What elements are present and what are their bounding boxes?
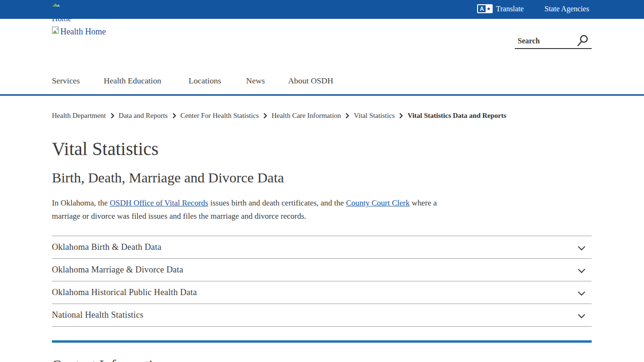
breadcrumb-center-for-health-statistics[interactable]: Center For Health Statistics <box>181 112 259 120</box>
chevron-right-icon <box>263 113 267 119</box>
chevron-down-icon <box>578 244 586 253</box>
translate-button[interactable]: A ★ Translate <box>477 4 524 13</box>
broken-image-icon <box>52 26 60 37</box>
contact-information-heading: Contact Information <box>52 357 167 362</box>
state-agencies-label: State Agencies <box>545 5 589 13</box>
health-home-link[interactable]: Health Home <box>52 26 106 37</box>
chevron-down-icon <box>578 289 586 298</box>
nav-item-locations[interactable]: Locations <box>189 76 221 86</box>
accordion-label: Oklahoma Birth & Death Data <box>52 242 161 252</box>
state-agencies-link[interactable]: State Agencies <box>545 5 589 13</box>
breadcrumb-health-care-information[interactable]: Health Care Information <box>272 112 341 120</box>
primary-nav: Services Health Education Locations News… <box>0 74 644 94</box>
vital-records-link[interactable]: OSDH Office of Vital Records <box>110 198 208 207</box>
accordion-marriage-divorce-data[interactable]: Oklahoma Marriage & Divorce Data <box>52 258 592 281</box>
chevron-right-icon <box>172 113 176 119</box>
accordion-label: National Health Statistics <box>52 310 143 320</box>
broken-logo-image-icon[interactable] <box>52 0 60 8</box>
search-input[interactable]: Search <box>515 34 592 49</box>
breadcrumb-data-and-reports[interactable]: Data and Reports <box>119 112 168 120</box>
chevron-right-icon <box>399 113 403 119</box>
chevron-down-icon <box>578 267 586 275</box>
nav-item-health-education[interactable]: Health Education <box>104 76 161 86</box>
county-court-clerk-link[interactable]: County Court Clerk <box>346 198 410 207</box>
chevron-right-icon <box>345 113 349 119</box>
intro-paragraph: In Oklahoma, the OSDH Office of Vital Re… <box>52 197 438 223</box>
accordion-historical-public-health-data[interactable]: Oklahoma Historical Public Health Data <box>52 281 592 304</box>
breadcrumb-current-page: Vital Statistics Data and Reports <box>407 112 506 120</box>
accordion-national-health-statistics[interactable]: National Health Statistics <box>52 304 592 326</box>
translate-label: Translate <box>496 5 524 13</box>
page-subtitle: Birth, Death, Marriage and Divorce Data <box>52 170 284 186</box>
breadcrumb: Health Department Data and Reports Cente… <box>52 112 506 120</box>
chevron-right-icon <box>110 113 115 119</box>
translate-icon-star: ★ <box>486 5 492 12</box>
accordion-label: Oklahoma Marriage & Divorce Data <box>52 265 183 275</box>
health-home-label: Health Home <box>60 27 106 37</box>
search-icon[interactable] <box>576 34 589 49</box>
nav-item-about-osdh[interactable]: About OSDH <box>288 76 333 86</box>
breadcrumb-health-department[interactable]: Health Department <box>52 112 106 120</box>
nav-item-news[interactable]: News <box>246 76 265 86</box>
nav-divider <box>0 94 644 96</box>
utility-topbar: A ★ Translate State Agencies <box>0 0 644 19</box>
breadcrumb-vital-statistics[interactable]: Vital Statistics <box>354 112 395 120</box>
section-divider <box>52 340 592 343</box>
intro-text: issues birth and death certificates, and… <box>208 198 346 207</box>
accordion-label: Oklahoma Historical Public Health Data <box>52 288 197 297</box>
nav-item-services[interactable]: Services <box>52 76 80 86</box>
accordion-list: Oklahoma Birth & Death Data Oklahoma Mar… <box>52 236 592 327</box>
search-placeholder: Search <box>518 37 540 45</box>
translate-icon-letter: A <box>478 5 486 12</box>
accordion-birth-death-data[interactable]: Oklahoma Birth & Death Data <box>52 236 592 258</box>
chevron-down-icon <box>578 312 586 321</box>
translate-icon: A ★ <box>477 4 493 13</box>
page-title: Vital Statistics <box>52 138 158 159</box>
intro-text: In Oklahoma, the <box>52 198 110 207</box>
